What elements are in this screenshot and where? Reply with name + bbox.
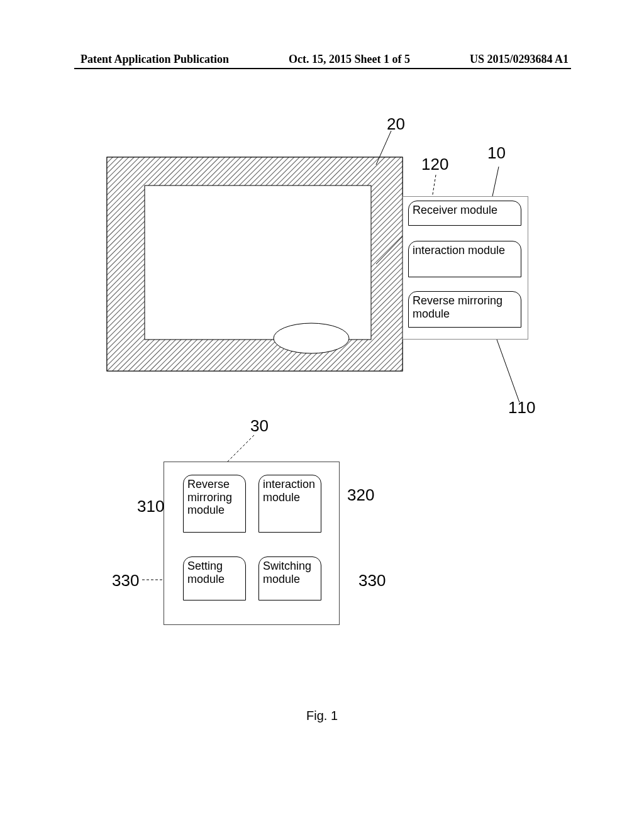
figure-canvas: 20 10 120 110 Receiver module interactio… <box>0 88 644 742</box>
ref-20: 20 <box>387 114 405 134</box>
figure-label: Fig. 1 <box>0 709 644 723</box>
svg-rect-4 <box>145 185 371 340</box>
ref-320: 320 <box>347 485 374 505</box>
module-interaction-tv: interaction module <box>408 241 521 277</box>
module-switching: Switching module <box>258 556 321 600</box>
module-interaction-device-label: interaction module <box>263 478 317 504</box>
header-rule <box>74 68 571 69</box>
ref-330-right: 330 <box>358 571 386 590</box>
page-header: Patent Application Publication Oct. 15, … <box>0 53 644 66</box>
box-10: Receiver module interaction module Rever… <box>402 196 528 340</box>
header-right: US 2015/0293684 A1 <box>470 53 569 66</box>
diagram-svg <box>0 88 644 742</box>
module-switching-label: Switching module <box>263 560 317 585</box>
svg-point-5 <box>274 323 349 353</box>
module-interaction-tv-label: interaction module <box>413 244 517 257</box>
box-30: Reverse mirroring module interaction mod… <box>164 462 340 625</box>
module-receiver: Receiver module <box>408 201 521 226</box>
svg-rect-2 <box>107 157 402 371</box>
ref-330-left: 330 <box>112 571 139 590</box>
ref-120: 120 <box>421 155 448 174</box>
module-setting: Setting module <box>183 556 246 600</box>
header-center: Oct. 15, 2015 Sheet 1 of 5 <box>289 53 410 66</box>
svg-rect-3 <box>107 157 402 371</box>
svg-line-7 <box>492 167 499 196</box>
module-reverse-tv: Reverse mirroring module <box>408 291 521 328</box>
module-reverse-tv-label: Reverse mirroring module <box>413 294 517 320</box>
module-reverse-device-label: Reverse mirroring module <box>187 478 242 517</box>
header-left: Patent Application Publication <box>80 53 229 66</box>
svg-line-10 <box>497 340 519 402</box>
module-reverse-device: Reverse mirroring module <box>183 475 246 533</box>
ref-30: 30 <box>250 416 269 436</box>
module-setting-label: Setting module <box>187 560 242 585</box>
ref-110: 110 <box>508 398 535 418</box>
svg-line-11 <box>228 435 254 462</box>
module-interaction-device: interaction module <box>258 475 321 533</box>
ref-10: 10 <box>487 143 506 163</box>
module-receiver-label: Receiver module <box>413 204 517 217</box>
ref-310: 310 <box>137 497 164 516</box>
